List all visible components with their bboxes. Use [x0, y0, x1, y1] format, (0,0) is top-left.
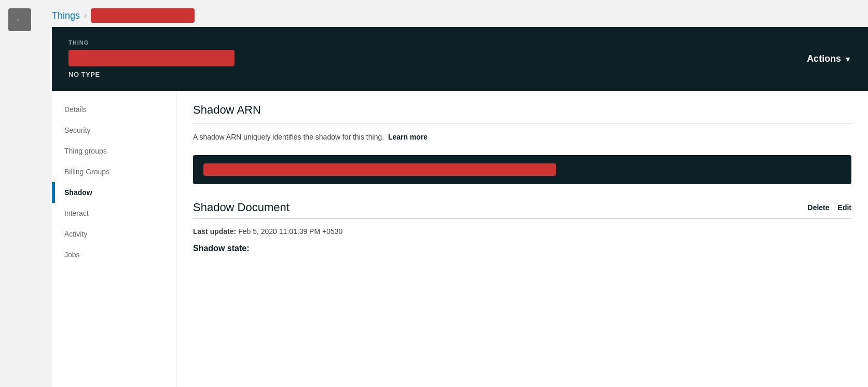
last-update-value: Feb 5, 2020 11:01:39 PM +0530	[238, 227, 342, 236]
last-update-label: Last update:	[193, 227, 236, 236]
edit-button[interactable]: Edit	[838, 203, 851, 212]
back-button[interactable]: ←	[8, 8, 31, 31]
sidebar-item-details[interactable]: Details	[52, 99, 176, 120]
actions-chevron-icon: ▼	[844, 55, 851, 63]
last-update-text: Last update: Feb 5, 2020 11:01:39 PM +05…	[193, 227, 851, 236]
actions-label: Actions	[807, 53, 841, 64]
shadow-state-label: Shadow state:	[193, 244, 851, 253]
shadow-doc-title: Shadow Document	[193, 201, 290, 214]
breadcrumb-thing-name-redacted	[91, 8, 195, 23]
main-content: Shadow ARN A shadow ARN uniquely identif…	[176, 91, 868, 387]
breadcrumb: Things ›	[52, 0, 868, 27]
sidebar-item-thing-groups-label: Thing groups	[64, 147, 107, 155]
sidebar-item-security[interactable]: Security	[52, 120, 176, 141]
sidebar-item-billing-groups[interactable]: Billing Groups	[52, 161, 176, 182]
shadow-doc-actions: Delete Edit	[808, 203, 851, 212]
thing-type-label: NO TYPE	[68, 71, 235, 78]
thing-header-banner: THING NO TYPE Actions ▼	[52, 27, 868, 91]
shadow-arn-title: Shadow ARN	[193, 103, 851, 117]
sidebar-item-activity[interactable]: Activity	[52, 224, 176, 244]
thing-label: THING	[68, 39, 235, 46]
content-area: Details Security Thing groups Billing Gr…	[52, 91, 868, 387]
sidebar-item-details-label: Details	[64, 105, 87, 114]
sidebar-item-jobs[interactable]: Jobs	[52, 244, 176, 265]
shadow-arn-description: A shadow ARN uniquely identifies the sha…	[193, 132, 851, 143]
delete-button[interactable]: Delete	[808, 203, 830, 212]
sidebar-item-shadow-label: Shadow	[64, 188, 92, 197]
sidebar-item-interact-label: Interact	[64, 209, 89, 217]
sidebar-item-security-label: Security	[64, 126, 91, 134]
sidebar-item-jobs-label: Jobs	[64, 251, 80, 259]
left-nav: Details Security Thing groups Billing Gr…	[52, 91, 176, 387]
thing-name-redacted	[68, 50, 235, 66]
learn-more-link[interactable]: Learn more	[388, 133, 428, 141]
actions-button[interactable]: Actions ▼	[807, 53, 851, 64]
sidebar-item-interact[interactable]: Interact	[52, 203, 176, 224]
breadcrumb-separator: ›	[84, 11, 87, 20]
shadow-doc-header: Shadow Document Delete Edit	[193, 201, 851, 214]
arn-display-box	[193, 155, 851, 184]
section-divider-arn	[193, 123, 851, 123]
thing-header-left: THING NO TYPE	[68, 39, 235, 78]
breadcrumb-things-link[interactable]: Things	[52, 10, 80, 21]
sidebar-item-billing-groups-label: Billing Groups	[64, 168, 109, 176]
sidebar-item-activity-label: Activity	[64, 230, 87, 238]
sidebar-item-thing-groups[interactable]: Thing groups	[52, 141, 176, 161]
section-divider-shadow-doc	[193, 218, 851, 219]
sidebar-item-shadow[interactable]: Shadow	[52, 182, 176, 203]
arn-value-redacted	[203, 163, 556, 176]
